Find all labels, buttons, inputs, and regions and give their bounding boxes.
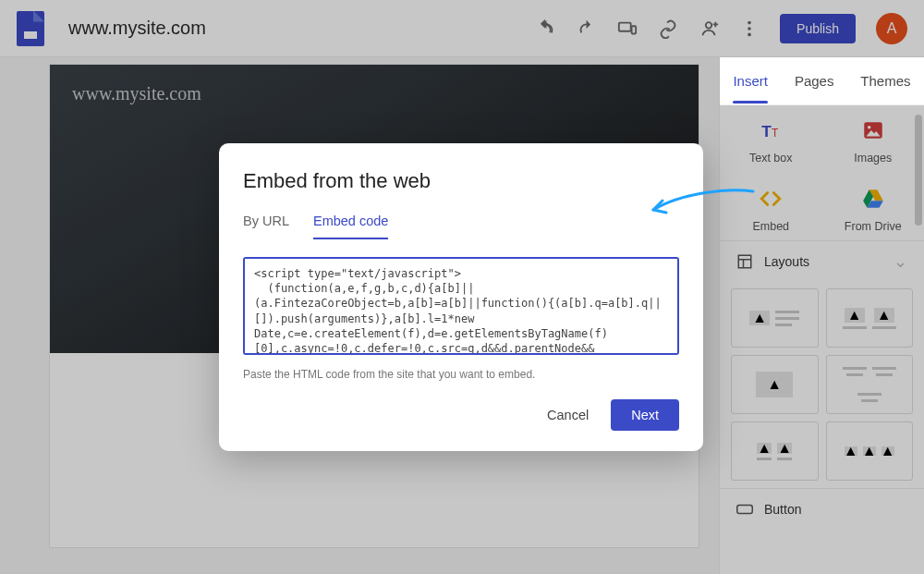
image-icon [861,118,885,142]
layout-templates: ▲ ▲ ▲ ▲ ▲ ▲ ▲ ▲ ▲ [720,281,924,488]
top-toolbar: www.mysite.com Publish A [0,0,924,57]
insert-images-label: Images [854,152,892,165]
layout-option-4[interactable] [826,355,914,414]
panel-tabs: Insert Pages Themes [720,57,924,105]
svg-text:T: T [762,122,772,140]
link-icon[interactable] [658,18,678,39]
embed-code-textarea[interactable] [243,257,679,355]
svg-rect-10 [738,255,751,268]
layouts-icon [736,253,753,270]
modal-title: Embed from the web [243,169,679,193]
modal-tabs: By URL Embed code [243,214,679,240]
redo-icon[interactable] [577,18,597,39]
tab-insert[interactable]: Insert [733,73,768,89]
svg-point-9 [868,126,870,128]
svg-point-4 [748,27,751,31]
layout-option-1[interactable]: ▲ [731,288,819,348]
insert-embed-label: Embed [752,220,789,233]
cancel-button[interactable]: Cancel [532,399,603,431]
insert-embed[interactable]: Embed [720,187,822,233]
modal-tab-embed-code[interactable]: Embed code [313,214,388,239]
svg-point-5 [748,32,751,36]
publish-button[interactable]: Publish [780,14,856,43]
right-panel: Insert Pages Themes TT Text box Images E… [719,57,924,574]
embed-modal: Embed from the web By URL Embed code Pas… [219,143,703,451]
svg-rect-1 [632,26,637,33]
hero-title[interactable]: www.mysite.com [72,83,201,104]
svg-rect-0 [619,22,631,31]
more-icon[interactable] [739,18,760,39]
layout-option-6[interactable]: ▲ ▲ ▲ [826,421,914,481]
insert-drive-label: From Drive [845,220,902,233]
undo-icon[interactable] [536,18,556,39]
button-label: Button [764,502,801,517]
insert-drive[interactable]: From Drive [822,187,925,233]
drive-icon [861,187,885,211]
add-person-icon[interactable] [699,18,719,39]
embed-helper-text: Paste the HTML code from the site that y… [243,368,679,381]
placeholder-icon: ▲ [749,311,770,325]
app-logo-icon [17,11,44,46]
layouts-label: Layouts [764,254,809,269]
embed-icon [759,187,783,211]
layout-option-2[interactable]: ▲ ▲ [826,288,914,348]
insert-images[interactable]: Images [822,118,925,165]
textbox-icon: TT [759,118,783,142]
svg-rect-13 [737,505,753,513]
modal-tab-url[interactable]: By URL [243,214,289,239]
site-title[interactable]: www.mysite.com [68,18,536,39]
next-button[interactable]: Next [611,399,679,431]
layouts-section-header[interactable]: Layouts ⌄ [720,240,924,281]
device-preview-icon[interactable] [617,18,638,39]
layout-option-5[interactable]: ▲ ▲ [731,421,819,481]
tab-pages[interactable]: Pages [795,73,834,89]
layout-option-3[interactable]: ▲ [731,355,819,414]
tab-themes[interactable]: Themes [860,73,910,89]
panel-scrollbar[interactable] [915,115,922,226]
button-section[interactable]: Button [720,488,924,529]
svg-point-2 [706,22,711,28]
insert-textbox-label: Text box [749,152,793,165]
button-icon [736,504,753,515]
insert-textbox[interactable]: TT Text box [720,118,822,165]
svg-point-3 [748,20,751,24]
account-avatar[interactable]: A [876,13,907,44]
svg-text:T: T [772,127,778,140]
